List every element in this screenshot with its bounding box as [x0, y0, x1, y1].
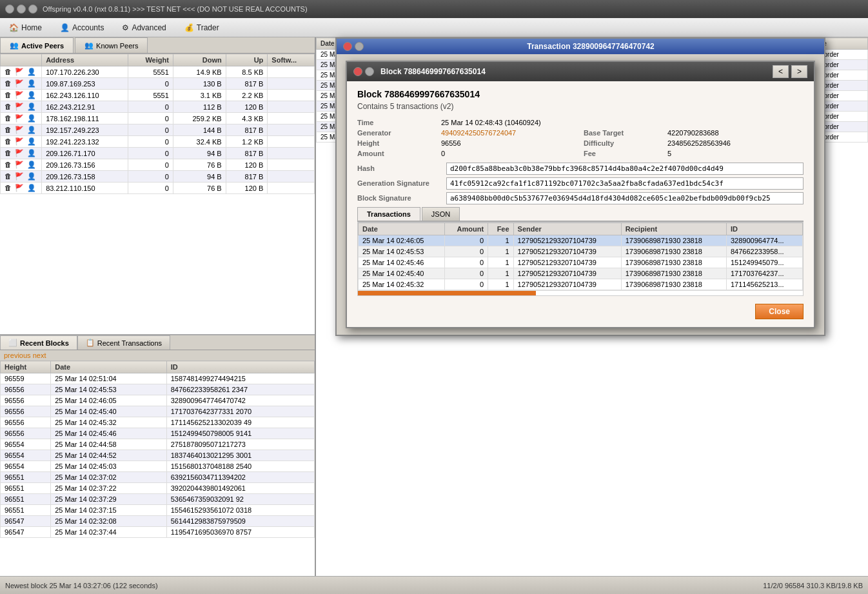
generator-value[interactable]: 4940924250576724047 [441, 129, 577, 137]
tab-recent-blocks[interactable]: ⬜ Recent Blocks [0, 335, 77, 350]
table-row[interactable]: 96551 25 Mar 14 02:37:22 392020443980149… [1, 483, 315, 494]
block-tab-json[interactable]: JSON [422, 207, 460, 221]
transaction-modal-close-btn[interactable] [343, 42, 352, 51]
peers-table-container[interactable]: Address Weight Down Up Softw... 🗑 🚩 👤 10… [0, 54, 315, 334]
delete-icon[interactable]: 🗑 [5, 161, 12, 168]
block-tx-table-container[interactable]: Date Amount Fee Sender Recipient ID 25 M… [357, 222, 804, 296]
table-row[interactable]: 🗑 🚩 👤 209.126.73.156 0 76 B 120 B [1, 159, 315, 171]
delete-icon[interactable]: 🗑 [5, 91, 12, 99]
table-row[interactable]: 96547 25 Mar 14 02:37:44 119547169503697… [1, 527, 315, 538]
block-id: 1515680137048188 2540 [166, 461, 314, 472]
list-item[interactable]: 25 Mar 14 02:45:40 0 1 12790521293207104… [359, 268, 803, 279]
table-row[interactable]: 96556 25 Mar 14 02:45:53 847662233958261… [1, 384, 315, 395]
table-row[interactable]: 96554 25 Mar 14 02:44:58 275187809507121… [1, 439, 315, 450]
delete-icon[interactable]: 🗑 [5, 103, 12, 110]
list-item[interactable]: 25 Mar 14 02:45:32 0 1 12790521293207104… [359, 279, 803, 290]
table-row[interactable]: 96559 25 Mar 14 02:51:04 158748149927449… [1, 373, 315, 384]
table-row[interactable]: 96556 25 Mar 14 02:45:40 171703764237733… [1, 406, 315, 417]
table-row[interactable]: 🗑 🚩 👤 178.162.198.111 0 259.2 KB 4.3 KB [1, 113, 315, 124]
block-height: 96556 [1, 395, 51, 406]
block-date: 25 Mar 14 02:45:46 [51, 428, 167, 439]
flag-icon[interactable]: 🚩 [15, 149, 24, 157]
list-item[interactable]: 25 Mar 14 02:45:53 0 1 12790521293207104… [359, 246, 803, 257]
table-row[interactable]: 🗑 🚩 👤 83.212.110.150 0 76 B 120 B [1, 183, 315, 194]
peer-up: 817 B [226, 78, 268, 90]
delete-icon[interactable]: 🗑 [5, 137, 12, 145]
peer-actions: 🗑 🚩 👤 [1, 159, 42, 171]
hash-input[interactable] [446, 163, 804, 175]
peer-address: 162.243.126.110 [42, 90, 128, 101]
table-row[interactable]: 96551 25 Mar 14 02:37:02 639215603471139… [1, 472, 315, 483]
block-date: 25 Mar 14 02:37:29 [51, 494, 167, 505]
block-date: 25 Mar 14 02:45:53 [51, 384, 167, 395]
gen-sig-input[interactable] [446, 177, 804, 190]
table-row[interactable]: 96551 25 Mar 14 02:37:15 155461529356107… [1, 505, 315, 516]
titlebar-max-btn[interactable] [28, 5, 37, 14]
tab-active-peers[interactable]: 👥 Active Peers [0, 37, 74, 53]
table-row[interactable]: 96556 25 Mar 14 02:46:05 328900964774647… [1, 395, 315, 406]
peer-actions: 🗑 🚩 👤 [1, 66, 42, 78]
table-row[interactable]: 🗑 🚩 👤 162.243.212.91 0 112 B 120 B [1, 101, 315, 113]
list-item[interactable]: 25 Mar 14 02:45:46 0 1 12790521293207104… [359, 257, 803, 268]
titlebar-min-btn[interactable] [17, 5, 26, 14]
flag-icon[interactable]: 🚩 [15, 184, 24, 192]
table-row[interactable]: 96554 25 Mar 14 02:44:52 183746401302129… [1, 450, 315, 461]
table-row[interactable]: 96551 25 Mar 14 02:37:29 536546735903209… [1, 494, 315, 505]
table-row[interactable]: 🗑 🚩 👤 109.87.169.253 0 130 B 817 B [1, 78, 315, 90]
flag-icon[interactable]: 🚩 [15, 91, 24, 99]
table-row[interactable]: 96556 25 Mar 14 02:45:32 171145625213302… [1, 417, 315, 428]
time-value: 25 Mar 14 02:48:43 (10460924) [441, 119, 577, 126]
orange-scrollbar-track[interactable] [358, 290, 803, 295]
peer-weight: 5551 [128, 90, 173, 101]
block-tx-col-amount: Amount [444, 223, 488, 235]
block-modal-prev-btn[interactable]: < [773, 65, 789, 78]
flag-icon[interactable]: 🚩 [15, 68, 24, 75]
table-row[interactable]: 96554 25 Mar 14 02:45:03 151568013704818… [1, 461, 315, 472]
delete-icon[interactable]: 🗑 [5, 149, 12, 157]
flag-icon[interactable]: 🚩 [15, 137, 24, 145]
table-row[interactable]: 🗑 🚩 👤 107.170.226.230 5551 14.9 KB 8.5 K… [1, 66, 315, 78]
table-row[interactable]: 🗑 🚩 👤 209.126.71.170 0 94 B 817 B [1, 148, 315, 159]
table-row[interactable]: 96556 25 Mar 14 02:45:46 151249945079800… [1, 428, 315, 439]
peer-software [268, 66, 315, 78]
delete-icon[interactable]: 🗑 [5, 172, 12, 180]
table-row[interactable]: 🗑 🚩 👤 209.126.73.158 0 94 B 817 B [1, 171, 315, 183]
delete-icon[interactable]: 🗑 [5, 184, 12, 192]
block-height: 96547 [1, 516, 51, 527]
block-tab-transactions[interactable]: Transactions [357, 207, 420, 221]
delete-icon[interactable]: 🗑 [5, 68, 12, 75]
table-row[interactable]: 🗑 🚩 👤 192.157.249.223 0 144 B 817 B [1, 124, 315, 136]
tab-recent-transactions[interactable]: 📋 Recent Transactions [77, 335, 170, 350]
delete-icon[interactable]: 🗑 [5, 114, 12, 122]
block-modal-min-btn[interactable] [365, 67, 374, 76]
tab-known-peers[interactable]: 👥 Known Peers [75, 37, 148, 53]
flag-icon[interactable]: 🚩 [15, 161, 24, 168]
table-row[interactable]: 🗑 🚩 👤 162.243.126.110 5551 3.1 KB 2.2 KB [1, 90, 315, 101]
menu-trader[interactable]: 💰 Trader [181, 22, 223, 34]
menu-home[interactable]: 🏠 Home [5, 22, 46, 34]
block-modal-close-button[interactable]: Close [755, 304, 804, 319]
flag-icon[interactable]: 🚩 [15, 103, 24, 110]
block-sig-input[interactable] [446, 192, 804, 204]
titlebar-close-btn[interactable] [5, 5, 14, 14]
peer-software [268, 78, 315, 90]
menu-advanced[interactable]: ⚙ Advanced [118, 22, 170, 34]
block-modal-close-btn[interactable] [353, 67, 362, 76]
flag-icon[interactable]: 🚩 [15, 172, 24, 180]
table-row[interactable]: 96547 25 Mar 14 02:32:08 561441298387597… [1, 516, 315, 527]
table-row[interactable]: 🗑 🚩 👤 192.241.223.132 0 32.4 KB 1.2 KB [1, 136, 315, 148]
peer-actions: 🗑 🚩 👤 [1, 171, 42, 183]
block-modal-next-btn[interactable]: > [791, 65, 807, 78]
pagination-previous[interactable]: previous [4, 351, 31, 359]
flag-icon[interactable]: 🚩 [15, 79, 24, 87]
transaction-modal-min-btn[interactable] [355, 42, 364, 51]
flag-icon[interactable]: 🚩 [15, 114, 24, 122]
blocks-table-container[interactable]: Height Date ID 96559 25 Mar 14 02:51:04 … [0, 361, 315, 576]
peer-weight: 0 [128, 148, 173, 159]
delete-icon[interactable]: 🗑 [5, 126, 12, 134]
menu-accounts[interactable]: 👤 Accounts [56, 22, 108, 34]
delete-icon[interactable]: 🗑 [5, 79, 12, 87]
pagination-next[interactable]: next [33, 351, 46, 359]
list-item[interactable]: 25 Mar 14 02:46:05 0 1 12790521293207104… [359, 235, 803, 246]
flag-icon[interactable]: 🚩 [15, 126, 24, 134]
